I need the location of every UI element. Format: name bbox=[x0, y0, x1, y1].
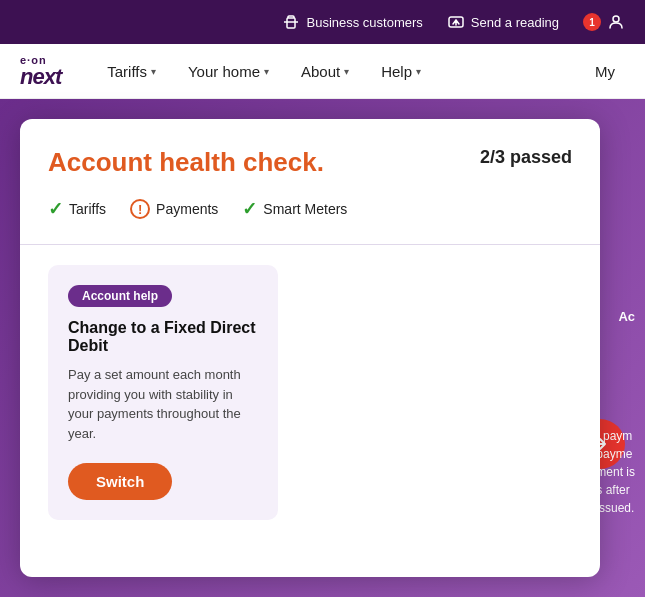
your-home-chevron-icon: ▾ bbox=[264, 66, 269, 77]
my-label: My bbox=[595, 63, 615, 80]
nav-bar: e·on next Tariffs ▾ Your home ▾ About ▾ … bbox=[0, 44, 645, 99]
top-bar: Business customers Send a reading 1 bbox=[0, 0, 645, 44]
logo-next: next bbox=[20, 66, 61, 88]
tariffs-chevron-icon: ▾ bbox=[151, 66, 156, 77]
smart-meters-check-icon: ✓ bbox=[242, 198, 257, 220]
modal-divider bbox=[20, 244, 600, 245]
modal-title: Account health check. bbox=[48, 147, 324, 178]
meter-icon bbox=[447, 13, 465, 31]
nav-about[interactable]: About ▾ bbox=[285, 44, 365, 99]
card-description: Pay a set amount each month providing yo… bbox=[68, 365, 258, 443]
notification-link[interactable]: 1 bbox=[583, 13, 625, 31]
modal: Account health check. 2/3 passed ✓ Tarif… bbox=[20, 119, 600, 577]
business-customers-link[interactable]: Business customers bbox=[282, 13, 422, 31]
check-items: ✓ Tariffs ! Payments ✓ Smart Meters bbox=[48, 198, 572, 220]
health-card: Account help Change to a Fixed Direct De… bbox=[48, 265, 278, 520]
check-payments: ! Payments bbox=[130, 198, 218, 220]
business-customers-label: Business customers bbox=[306, 15, 422, 30]
nav-help[interactable]: Help ▾ bbox=[365, 44, 437, 99]
check-tariffs: ✓ Tariffs bbox=[48, 198, 106, 220]
about-label: About bbox=[301, 63, 340, 80]
nav-my[interactable]: My bbox=[585, 63, 625, 80]
switch-button[interactable]: Switch bbox=[68, 463, 172, 500]
nav-tariffs[interactable]: Tariffs ▾ bbox=[91, 44, 172, 99]
person-icon bbox=[607, 13, 625, 31]
tariffs-label: Tariffs bbox=[107, 63, 147, 80]
nav-items: Tariffs ▾ Your home ▾ About ▾ Help ▾ bbox=[91, 44, 585, 99]
payments-check-label: Payments bbox=[156, 201, 218, 217]
about-chevron-icon: ▾ bbox=[344, 66, 349, 77]
modal-passed: 2/3 passed bbox=[480, 147, 572, 168]
logo[interactable]: e·on next bbox=[20, 55, 61, 88]
tariffs-check-label: Tariffs bbox=[69, 201, 106, 217]
notification-badge: 1 bbox=[583, 13, 601, 31]
nav-your-home[interactable]: Your home ▾ bbox=[172, 44, 285, 99]
briefcase-icon bbox=[282, 13, 300, 31]
tariffs-check-icon: ✓ bbox=[48, 198, 63, 220]
svg-rect-0 bbox=[287, 18, 295, 28]
send-reading-link[interactable]: Send a reading bbox=[447, 13, 559, 31]
smart-meters-check-label: Smart Meters bbox=[263, 201, 347, 217]
payments-warning-icon: ! bbox=[130, 199, 150, 219]
help-chevron-icon: ▾ bbox=[416, 66, 421, 77]
help-label: Help bbox=[381, 63, 412, 80]
svg-point-3 bbox=[613, 16, 619, 22]
card-tag: Account help bbox=[68, 285, 172, 307]
check-smart-meters: ✓ Smart Meters bbox=[242, 198, 347, 220]
modal-overlay: Account health check. 2/3 passed ✓ Tarif… bbox=[0, 99, 645, 597]
modal-header: Account health check. 2/3 passed bbox=[48, 147, 572, 178]
card-title: Change to a Fixed Direct Debit bbox=[68, 319, 258, 355]
your-home-label: Your home bbox=[188, 63, 260, 80]
send-reading-label: Send a reading bbox=[471, 15, 559, 30]
